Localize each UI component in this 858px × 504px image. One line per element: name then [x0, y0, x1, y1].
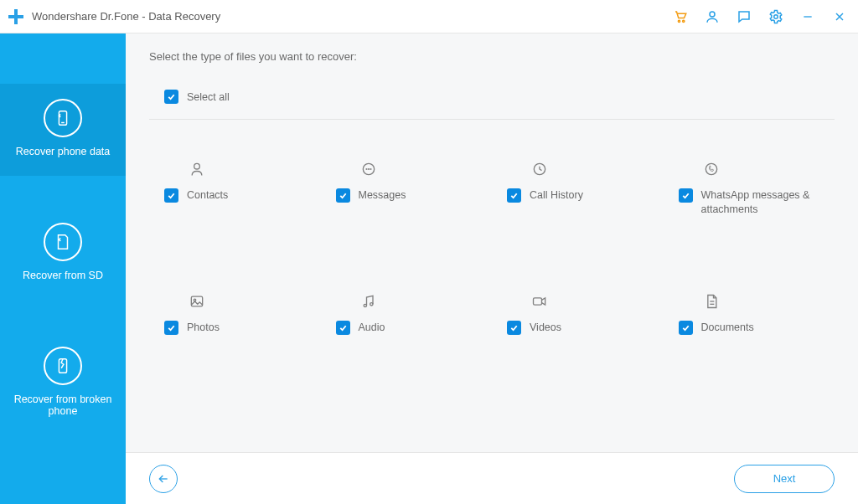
documents-checkbox[interactable]	[679, 321, 693, 335]
phone-recover-icon	[44, 99, 82, 137]
file-type-label: Photos	[187, 321, 220, 335]
file-type-contacts: Contacts	[149, 160, 321, 217]
svg-rect-1	[8, 15, 23, 18]
sidebar-item-recover-phone-data[interactable]: Recover phone data	[0, 84, 126, 176]
titlebar: Wondershare Dr.Fone - Data Recovery	[0, 0, 858, 33]
svg-rect-18	[191, 296, 202, 306]
videos-icon	[530, 292, 549, 311]
file-type-label: Contacts	[187, 188, 228, 203]
sidebar-item-label: Recover from SD	[23, 270, 103, 281]
whatsapp-icon	[702, 160, 721, 178]
contacts-icon	[188, 160, 206, 178]
sidebar-item-label: Recover from broken phone	[8, 393, 117, 417]
sidebar: Recover phone data Recover from SD Recov…	[0, 33, 126, 504]
titlebar-left: Wondershare Dr.Fone - Data Recovery	[7, 8, 220, 26]
photos-checkbox[interactable]	[164, 321, 178, 335]
user-icon[interactable]	[704, 8, 721, 25]
svg-point-5	[774, 14, 778, 18]
contacts-checkbox[interactable]	[164, 188, 178, 203]
svg-point-21	[370, 302, 372, 305]
app-logo-icon	[7, 8, 25, 26]
file-type-whatsapp: WhatsApp messages & attachments	[664, 160, 835, 217]
minimize-icon[interactable]	[799, 8, 816, 25]
file-type-audio: Audio	[321, 292, 493, 335]
settings-icon[interactable]	[768, 8, 784, 25]
file-type-call-history: Call History	[492, 160, 664, 217]
messages-icon	[359, 160, 378, 178]
select-all-checkbox[interactable]	[164, 90, 178, 104]
content-panel: Select the type of files you want to rec…	[126, 33, 858, 504]
sidebar-item-recover-from-sd[interactable]: Recover from SD	[0, 208, 126, 300]
svg-point-4	[710, 12, 715, 17]
sidebar-item-recover-broken-phone[interactable]: Recover from broken phone	[0, 332, 126, 435]
svg-point-11	[194, 163, 200, 169]
svg-point-20	[364, 304, 366, 306]
sidebar-item-label: Recover phone data	[16, 146, 111, 157]
file-type-grid: Contacts Messages	[126, 120, 858, 335]
file-type-photos: Photos	[149, 292, 321, 335]
svg-point-15	[370, 169, 371, 170]
call-history-icon	[530, 160, 549, 178]
audio-checkbox[interactable]	[336, 321, 350, 335]
app-title: Wondershare Dr.Fone - Data Recovery	[32, 10, 220, 23]
footer: Next	[126, 452, 858, 504]
titlebar-controls	[672, 8, 848, 25]
svg-point-2	[678, 20, 680, 22]
file-type-videos: Videos	[492, 292, 664, 335]
close-icon[interactable]	[831, 8, 848, 25]
back-button[interactable]	[149, 465, 178, 493]
audio-icon	[359, 292, 378, 311]
cart-icon[interactable]	[672, 8, 689, 25]
whatsapp-checkbox[interactable]	[679, 188, 693, 203]
documents-icon	[702, 292, 721, 311]
videos-checkbox[interactable]	[507, 321, 521, 335]
prompt-text: Select the type of files you want to rec…	[126, 33, 858, 75]
file-type-documents: Documents	[664, 292, 835, 335]
svg-point-3	[683, 20, 685, 22]
select-all-label: Select all	[187, 91, 230, 103]
file-type-label: Audio	[359, 321, 385, 335]
file-type-label: Messages	[359, 188, 406, 203]
svg-point-14	[368, 169, 369, 170]
call-history-checkbox[interactable]	[507, 188, 521, 203]
broken-phone-icon	[44, 347, 82, 385]
sd-recover-icon	[44, 223, 82, 261]
file-type-label: Documents	[701, 321, 754, 335]
file-type-label: Call History	[530, 188, 583, 203]
next-button[interactable]: Next	[734, 465, 835, 493]
svg-point-13	[366, 169, 367, 170]
file-type-label: WhatsApp messages & attachments	[701, 188, 821, 217]
svg-point-17	[706, 163, 716, 174]
photos-icon	[188, 292, 206, 311]
feedback-icon[interactable]	[736, 8, 752, 25]
messages-checkbox[interactable]	[336, 188, 350, 203]
svg-rect-22	[534, 298, 542, 305]
main: Recover phone data Recover from SD Recov…	[0, 33, 858, 504]
select-all-row: Select all	[149, 75, 835, 120]
file-type-messages: Messages	[321, 160, 493, 217]
file-type-label: Videos	[530, 321, 561, 335]
